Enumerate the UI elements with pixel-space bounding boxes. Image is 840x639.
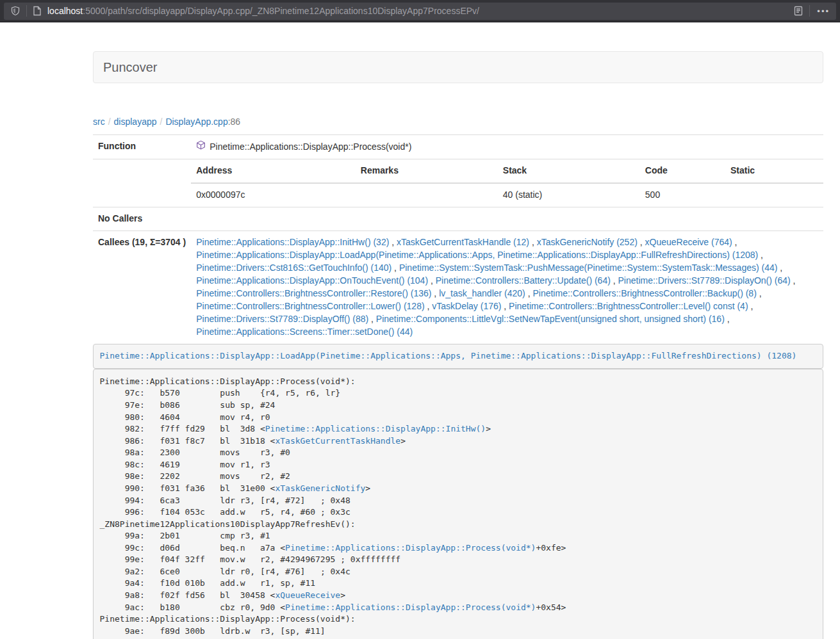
disassembly-listing: Pinetime::Applications::DisplayApp::Proc… bbox=[93, 369, 823, 639]
callee-link[interactable]: lv_task_handler (420) bbox=[439, 288, 525, 298]
disassembly-symbol-link[interactable]: xTaskGenericNotify bbox=[275, 483, 365, 493]
shield-icon[interactable] bbox=[10, 6, 21, 16]
breadcrumb-separator: / bbox=[105, 117, 114, 127]
static-value bbox=[725, 183, 823, 207]
app-navbar: Puncover bbox=[93, 51, 823, 83]
callee-link[interactable]: vTaskDelay (176) bbox=[432, 301, 501, 311]
breadcrumb-separator: / bbox=[157, 117, 166, 127]
breadcrumb-line-number: :86 bbox=[228, 117, 240, 127]
breadcrumb: src/displayapp/DisplayApp.cpp:86 bbox=[93, 117, 823, 127]
callee-link[interactable]: xTaskGenericNotify (252) bbox=[537, 237, 638, 247]
callee-link[interactable]: Pinetime::Applications::Screens::Timer::… bbox=[196, 327, 413, 337]
browser-toolbar: localhost:5000/path/src/displayapp/Displ… bbox=[0, 0, 840, 22]
callee-link[interactable]: Pinetime::Applications::DisplayApp::OnTo… bbox=[196, 275, 428, 286]
column-header-static: Static bbox=[725, 159, 823, 183]
callee-link[interactable]: xQueueReceive (764) bbox=[645, 237, 732, 247]
callee-link[interactable]: Pinetime::Controllers::BrightnessControl… bbox=[196, 301, 424, 311]
url-bar[interactable]: localhost:5000/path/src/displayapp/Displ… bbox=[4, 3, 836, 20]
actions-divider bbox=[809, 5, 810, 17]
table-row: 0x0000097c 40 (static) 500 bbox=[191, 183, 823, 207]
function-row: Function Pinetime::Applications::Display… bbox=[93, 135, 823, 159]
urlbar-divider bbox=[26, 5, 27, 17]
metrics-table: Address Remarks Stack Code Static 0x0000… bbox=[191, 159, 823, 207]
breadcrumb-src-link[interactable]: src bbox=[93, 117, 105, 127]
loadapp-snippet-box: Pinetime::Applications::DisplayApp::Load… bbox=[93, 344, 823, 369]
callee-link[interactable]: Pinetime::Applications::DisplayApp::Load… bbox=[196, 250, 758, 260]
callee-link[interactable]: Pinetime::Drivers::St7789::DisplayOn() (… bbox=[618, 275, 791, 286]
callees-label: Callees (19, Σ=3704 ) bbox=[93, 231, 191, 343]
symbol-cube-icon bbox=[196, 140, 206, 154]
callee-link[interactable]: Pinetime::Applications::DisplayApp::Init… bbox=[196, 237, 389, 247]
callee-link[interactable]: Pinetime::System::SystemTask::PushMessag… bbox=[399, 263, 778, 273]
function-detail-table: Function Pinetime::Applications::Display… bbox=[93, 134, 823, 344]
callee-link[interactable]: Pinetime::Drivers::Cst816S::GetTouchInfo… bbox=[196, 263, 391, 273]
disassembly-symbol-link[interactable]: xQueueReceive bbox=[275, 590, 340, 600]
callees-row: Callees (19, Σ=3704 ) Pinetime::Applicat… bbox=[93, 231, 823, 343]
breadcrumb-displayapp-link[interactable]: displayapp bbox=[114, 117, 157, 127]
column-header-code: Code bbox=[640, 159, 725, 183]
callees-list: Pinetime::Applications::DisplayApp::Init… bbox=[191, 231, 823, 343]
column-header-stack: Stack bbox=[498, 159, 640, 183]
function-name: Pinetime::Applications::DisplayApp::Proc… bbox=[210, 141, 411, 154]
disassembly-symbol-link[interactable]: Pinetime::Applications::DisplayApp::Proc… bbox=[285, 543, 536, 553]
breadcrumb-file-link[interactable]: DisplayApp.cpp bbox=[165, 117, 227, 127]
page-actions-menu-icon[interactable]: ••• bbox=[817, 6, 830, 16]
callee-link[interactable]: Pinetime::Controllers::BrightnessControl… bbox=[196, 288, 431, 298]
callee-link[interactable]: Pinetime::Controllers::BrightnessControl… bbox=[509, 301, 748, 311]
callee-link[interactable]: xTaskGetCurrentTaskHandle (12) bbox=[397, 237, 529, 247]
disassembly-symbol-link[interactable]: xTaskGetCurrentTaskHandle bbox=[275, 436, 400, 446]
url-text[interactable]: localhost:5000/path/src/displayapp/Displ… bbox=[47, 6, 793, 16]
remarks-value bbox=[356, 183, 498, 207]
disassembly-symbol-link[interactable]: Pinetime::Applications::DisplayApp::Proc… bbox=[285, 603, 536, 612]
column-header-remarks: Remarks bbox=[356, 159, 498, 183]
metrics-row: Address Remarks Stack Code Static 0x0000… bbox=[93, 159, 823, 207]
callee-link[interactable]: Pinetime::Components::LittleVgl::SetNewT… bbox=[376, 314, 725, 324]
reader-view-icon[interactable] bbox=[793, 6, 803, 16]
callee-link[interactable]: Pinetime::Controllers::Battery::Update()… bbox=[436, 275, 611, 286]
column-header-address: Address bbox=[191, 159, 356, 183]
page-container: Puncover src/displayapp/DisplayApp.cpp:8… bbox=[93, 51, 823, 639]
callee-link[interactable]: Pinetime::Controllers::BrightnessControl… bbox=[532, 288, 756, 298]
function-label: Function bbox=[93, 135, 191, 159]
page-info-icon[interactable] bbox=[33, 6, 42, 16]
callee-link[interactable]: Pinetime::Drivers::St7789::DisplayOff() … bbox=[196, 314, 368, 324]
app-title[interactable]: Puncover bbox=[94, 60, 167, 75]
url-path: :5000/path/src/displayapp/DisplayApp.cpp… bbox=[83, 6, 479, 16]
no-callers-row: No Callers bbox=[93, 207, 823, 231]
loadapp-snippet-link[interactable]: Pinetime::Applications::DisplayApp::Load… bbox=[100, 351, 797, 360]
no-callers-label: No Callers bbox=[93, 207, 191, 231]
address-value: 0x0000097c bbox=[191, 183, 356, 207]
disassembly-symbol-link[interactable]: Pinetime::Applications::DisplayApp::Init… bbox=[265, 424, 486, 433]
stack-value: 40 (static) bbox=[498, 183, 640, 207]
code-value: 500 bbox=[640, 183, 725, 207]
url-host: localhost bbox=[47, 6, 83, 16]
